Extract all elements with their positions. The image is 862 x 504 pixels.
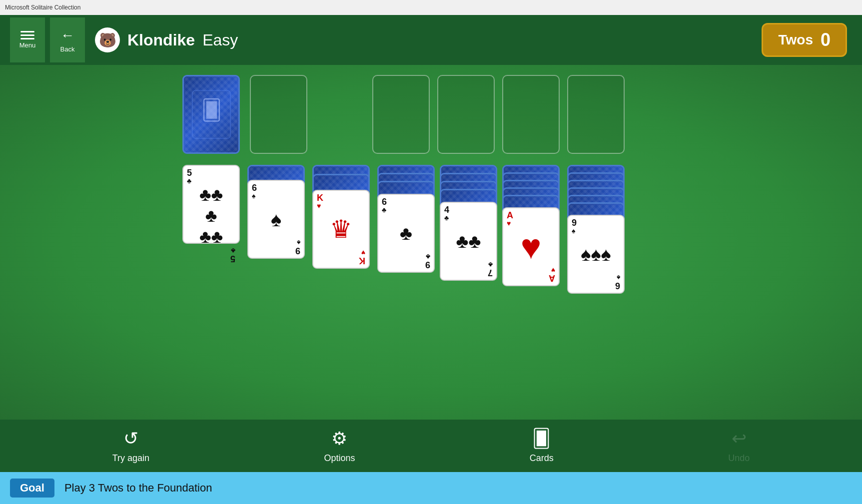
tableau-col2-card[interactable]: 6 ♠ ♠ ♠ 9 xyxy=(247,180,305,259)
game-title: 🐻 Klondike Easy xyxy=(95,27,238,52)
tableau-col5-card[interactable]: 4 ♣ ♣♣ ♣ 7 xyxy=(440,202,497,281)
bottom-bar: ↺ Try again ⚙ Options 🂠 Cards ↩ Undo xyxy=(0,420,862,472)
cards-icon: 🂠 xyxy=(532,428,551,449)
card-rank: 5 xyxy=(187,168,192,177)
options-label: Options xyxy=(324,453,355,464)
tableau-col6-ace[interactable]: A ♥ ♥ ♥ A xyxy=(502,207,560,286)
bear-icon: 🐻 xyxy=(95,27,120,52)
back-arrow-icon: ← xyxy=(60,27,74,43)
back-label: Back xyxy=(60,45,75,53)
card-rank: 6 xyxy=(252,183,257,192)
card-suit: ♠ xyxy=(252,192,255,199)
hamburger-line xyxy=(20,34,34,36)
card-center: ♠ xyxy=(252,199,300,239)
card-rank-bot: 5 xyxy=(230,254,235,263)
card-suit-bot: ♥ xyxy=(361,249,365,256)
tableau-col3-king[interactable]: K ♥ ♛ ♥ K xyxy=(312,190,370,269)
try-again-label: Try again xyxy=(112,453,149,464)
svg-text:🂠: 🂠 xyxy=(201,98,221,122)
tableau-col7-card[interactable]: 9 ♠ ♠♠♠ ♠ 6 xyxy=(567,215,625,294)
card-rank-bot: 7 xyxy=(488,268,493,277)
foundation-1[interactable] xyxy=(372,75,430,154)
card-rank-bot: 9 xyxy=(295,246,300,255)
score-display: Twos 0 xyxy=(762,23,847,57)
card-center-king: ♛ xyxy=(317,209,365,249)
card-suit-bot: ♣ xyxy=(488,261,493,268)
card-rank-bot: 9 xyxy=(425,260,430,269)
card-suit: ♠ xyxy=(572,227,575,234)
undo-label: Undo xyxy=(728,453,750,464)
game-difficulty: Easy xyxy=(202,31,238,49)
app-title: Microsoft Solitaire Collection xyxy=(5,4,80,11)
card-suit-bot: ♠ xyxy=(617,274,620,281)
hamburger-line xyxy=(20,38,34,39)
tableau-col4-card[interactable]: 6 ♣ ♣ ♣ 9 xyxy=(377,194,435,273)
card-rank: 9 xyxy=(572,218,577,227)
card-rank-bot: K xyxy=(359,256,365,265)
card-center-ace: ♥ xyxy=(507,227,555,267)
stock-pile[interactable]: 🂠 xyxy=(182,75,240,154)
foundation-4[interactable] xyxy=(567,75,625,154)
tableau-col1-card[interactable]: 5 ♣ ♣♣♣♣♣ ♣ 5 xyxy=(182,165,240,244)
score-value: 0 xyxy=(821,29,831,50)
card-center: ♣♣ xyxy=(444,221,493,261)
card-rank: 6 xyxy=(382,197,387,206)
undo-icon: ↩ xyxy=(732,428,747,449)
menu-label: Menu xyxy=(19,41,36,49)
hamburger-line xyxy=(20,31,34,32)
titlebar: Microsoft Solitaire Collection xyxy=(0,0,862,15)
waste-pile[interactable] xyxy=(250,75,307,154)
try-again-icon: ↺ xyxy=(123,428,138,449)
cards-button[interactable]: 🂠 Cards xyxy=(530,428,554,464)
foundation-3[interactable] xyxy=(502,75,560,154)
goal-text: Play 3 Twos to the Foundation xyxy=(64,482,212,495)
card-center: ♣ xyxy=(382,213,430,253)
back-button[interactable]: ← Back xyxy=(50,17,85,62)
goal-bar: Goal Play 3 Twos to the Foundation xyxy=(0,472,862,504)
card-suit-bot: ♠ xyxy=(297,239,300,246)
card-suit: ♣ xyxy=(444,214,449,221)
game-area[interactable]: 🂠 5 ♣ ♣♣♣♣♣ ♣ 5 6 ♠ ♠ ♠ 9 xyxy=(0,65,862,420)
cards-label: Cards xyxy=(530,453,554,464)
card-rank-bot: A xyxy=(549,274,555,283)
options-icon: ⚙ xyxy=(331,428,347,449)
menu-button[interactable]: Menu xyxy=(10,17,45,62)
stock-card-back: 🂠 xyxy=(184,76,238,152)
card-suit: ♥ xyxy=(507,220,511,227)
card-suit: ♥ xyxy=(317,202,321,209)
card-suit-bot: ♣ xyxy=(426,253,430,260)
goal-label: Goal xyxy=(10,479,54,498)
card-suit: ♣ xyxy=(382,206,386,213)
try-again-button[interactable]: ↺ Try again xyxy=(112,428,149,464)
card-suit-bot: ♥ xyxy=(551,267,555,274)
card-suit-bot: ♣ xyxy=(231,247,235,254)
header: Menu ← Back 🐻 Klondike Easy Twos 0 xyxy=(0,15,862,65)
card-rank: A xyxy=(507,211,513,220)
card-suit: ♣ xyxy=(187,177,191,184)
score-label: Twos xyxy=(778,32,813,48)
undo-button[interactable]: ↩ Undo xyxy=(728,428,750,464)
options-button[interactable]: ⚙ Options xyxy=(324,428,355,464)
game-name: Klondike xyxy=(127,31,195,49)
card-rank-bot: 6 xyxy=(615,281,620,290)
foundation-2[interactable] xyxy=(437,75,495,154)
card-center: ♣♣♣♣♣ xyxy=(187,184,235,247)
card-rank: 4 xyxy=(444,205,449,214)
card-rank: K xyxy=(317,193,323,202)
card-center: ♠♠♠ xyxy=(572,234,620,274)
